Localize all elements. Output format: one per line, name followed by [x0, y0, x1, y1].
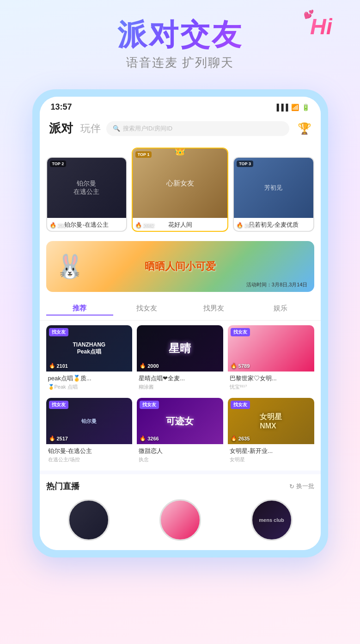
flame-r4: 🔥: [140, 435, 146, 441]
phone-frame: 13:57 ▐▐▐ 📶 🔋 派对 玩伴 🔍 搜索用户ID/房间ID 🏆: [32, 89, 328, 557]
room-tag-0: 找女友: [49, 328, 68, 336]
room-name-0: peak点唱🥇质...: [48, 374, 131, 383]
hot-live-row: mens club: [40, 495, 321, 550]
live-avatar-0[interactable]: [46, 499, 131, 541]
top-card-rank3[interactable]: 芳初见 TOP 3 🔥 2600 只若初见-全麦优质: [233, 157, 314, 232]
room-info-1: 星晴点唱❤全麦... 糊涂酱: [137, 372, 223, 393]
room-card-1[interactable]: 星晴 🔥 2000 星晴点唱❤全麦... 糊涂酱: [137, 325, 223, 393]
flame-r1: 🔥: [140, 363, 146, 369]
filter-entertainment[interactable]: 娱乐: [247, 302, 314, 316]
room-thumb-2: 找女友 🔥 5789: [228, 325, 314, 372]
tab-companion[interactable]: 玩伴: [80, 122, 101, 136]
top3-section: 铂尔曼在逃公主 TOP 2 🔥 2517 铂尔曼-在逃公主 👑 心新女友 TOP…: [40, 142, 321, 237]
avatar-0: [68, 499, 110, 541]
flame-r5: 🔥: [231, 435, 237, 441]
filter-boyfriend[interactable]: 找男友: [180, 302, 247, 316]
live-avatar-1[interactable]: [138, 499, 223, 541]
room-thumb-1: 星晴 🔥 2000: [137, 325, 223, 372]
room-name-1: 星晴点唱❤全麦...: [139, 374, 221, 383]
room-name-5: 女明星-新开业...: [230, 447, 312, 455]
tab-party[interactable]: 派对: [49, 120, 73, 136]
room-count-4: 🔥 3266: [140, 435, 159, 441]
rank1-image: 心新女友: [133, 149, 228, 218]
live-avatar-2[interactable]: mens club: [229, 499, 314, 541]
refresh-icon: ↻: [289, 483, 294, 490]
status-icons: ▐▐▐ 📶 🔋: [275, 104, 310, 111]
room-name-3: 铂尔曼-在逃公主: [48, 447, 131, 455]
room-tag-5: 找女友: [231, 401, 250, 409]
flame-r0: 🔥: [49, 363, 55, 369]
room-card-0[interactable]: TIANZHANGPeak点唱 找女友 🔥 2101 peak点唱🥇质... 🥇…: [46, 325, 133, 393]
room-owner-3: 在逃公主/场控: [48, 456, 131, 463]
flame-r3: 🔥: [49, 435, 55, 441]
flame-icon3: 🔥: [237, 222, 243, 228]
room-count-3: 🔥 2517: [49, 435, 68, 441]
nav-tabs: 派对 玩伴: [49, 120, 101, 136]
room-count-2: 🔥 5789: [231, 363, 250, 369]
nav-bar: 派对 玩伴 🔍 搜索用户ID/房间ID 🏆: [40, 116, 321, 142]
room-info-4: 微甜恋人 执念: [137, 444, 223, 466]
hero-title: 派对交友: [14, 19, 346, 51]
refresh-button[interactable]: ↻ 换一批: [289, 482, 314, 490]
room-thumb-3: 铂尔曼 找女友 🔥 2517: [46, 398, 133, 444]
room-count-1: 🔥 2000: [140, 363, 159, 369]
room-card-5[interactable]: 女明星NMX 找女友 🔥 2635 女明星-新开业... 女明星: [228, 398, 314, 466]
filter-recommend[interactable]: 推荐: [46, 302, 113, 316]
room-count-0: 🔥 2101: [49, 363, 68, 369]
banner[interactable]: 🐰 晒晒人间小可爱 活动时间：3月8日,3月14日: [46, 241, 314, 292]
battery-icon: 🔋: [302, 104, 310, 111]
room-thumb-5: 女明星NMX 找女友 🔥 2635: [228, 398, 314, 444]
room-info-5: 女明星-新开业... 女明星: [228, 444, 314, 466]
flame-r2: 🔥: [231, 363, 237, 369]
room-name-2: 巴黎世家♡女明...: [230, 374, 312, 383]
room-count-5: 🔥 2635: [231, 435, 250, 441]
phone-screen: 13:57 ▐▐▐ 📶 🔋 派对 玩伴 🔍 搜索用户ID/房间ID 🏆: [40, 97, 321, 550]
rank3-count: 🔥 2600: [237, 222, 256, 228]
room-tag-3: 找女友: [49, 401, 68, 409]
signal-icon: ▐▐▐: [275, 104, 288, 111]
hero-subtitle: 语音连麦 扩列聊天: [14, 55, 346, 71]
room-owner-4: 执念: [139, 456, 221, 463]
rank3-badge: TOP 3: [237, 161, 253, 167]
flame-icon2: 🔥: [135, 222, 142, 228]
room-owner-1: 糊涂酱: [139, 384, 221, 390]
room-tag-4: 找女友: [140, 401, 159, 409]
room-card-3[interactable]: 铂尔曼 找女友 🔥 2517 铂尔曼-在逃公主 在逃公主/场控: [46, 398, 133, 466]
room-card-4[interactable]: 可迹女 找女友 🔥 3266 微甜恋人 执念: [137, 398, 223, 466]
rank1-count: 🔥 2682: [135, 222, 154, 228]
flame-icon: 🔥: [50, 222, 56, 228]
room-name-4: 微甜恋人: [139, 447, 221, 455]
crown-icon: 👑: [174, 148, 186, 156]
status-bar: 13:57 ▐▐▐ 📶 🔋: [40, 97, 321, 116]
room-info-0: peak点唱🥇质... 🥇Peak 点唱: [46, 372, 133, 393]
bunny-icon: 🐰: [55, 253, 84, 280]
top-card-rank1[interactable]: 👑 心新女友 TOP 1 🔥 2682 花好人间: [132, 148, 229, 232]
room-grid: TIANZHANGPeak点唱 找女友 🔥 2101 peak点唱🥇质... 🥇…: [40, 321, 321, 471]
top-card-rank2[interactable]: 铂尔曼在逃公主 TOP 2 🔥 2517 铂尔曼-在逃公主: [46, 157, 127, 232]
room-card-2[interactable]: 找女友 🔥 5789 巴黎世家♡女明... 忧宝³¹¹⁷: [228, 325, 314, 393]
room-owner-0: 🥇Peak 点唱: [48, 384, 131, 390]
room-thumb-0: TIANZHANGPeak点唱 找女友 🔥 2101: [46, 325, 133, 372]
banner-activity: 活动时间：3月8日,3月14日: [246, 281, 308, 288]
wifi-icon: 📶: [291, 104, 299, 111]
refresh-label: 换一批: [296, 482, 314, 490]
banner-text: 晒晒人间小可爱: [145, 260, 216, 273]
room-owner-5: 女明星: [230, 456, 312, 463]
room-owner-2: 忧宝³¹¹⁷: [230, 384, 312, 390]
filter-girlfriend[interactable]: 找女友: [113, 302, 180, 316]
search-box[interactable]: 🔍 搜索用户ID/房间ID: [106, 121, 289, 136]
hot-live-header: 热门直播 ↻ 换一批: [40, 474, 321, 495]
room-info-3: 铂尔曼-在逃公主 在逃公主/场控: [46, 444, 133, 466]
trophy-icon[interactable]: 🏆: [298, 122, 311, 135]
filter-tabs: 推荐 找女友 找男友 娱乐: [40, 297, 321, 321]
room-info-2: 巴黎世家♡女明... 忧宝³¹¹⁷: [228, 372, 314, 393]
rank1-badge: TOP 1: [135, 151, 152, 158]
rank2-count: 🔥 2517: [50, 222, 69, 228]
hot-live-title: 热门直播: [46, 481, 79, 492]
search-icon: 🔍: [113, 125, 120, 132]
banner-section: 🐰 晒晒人间小可爱 活动时间：3月8日,3月14日: [40, 237, 321, 297]
avatar-2: mens club: [251, 499, 293, 541]
search-placeholder: 搜索用户ID/房间ID: [123, 124, 173, 133]
room-thumb-4: 可迹女 找女友 🔥 3266: [137, 398, 223, 444]
room-tag-2: 找女友: [231, 328, 250, 336]
